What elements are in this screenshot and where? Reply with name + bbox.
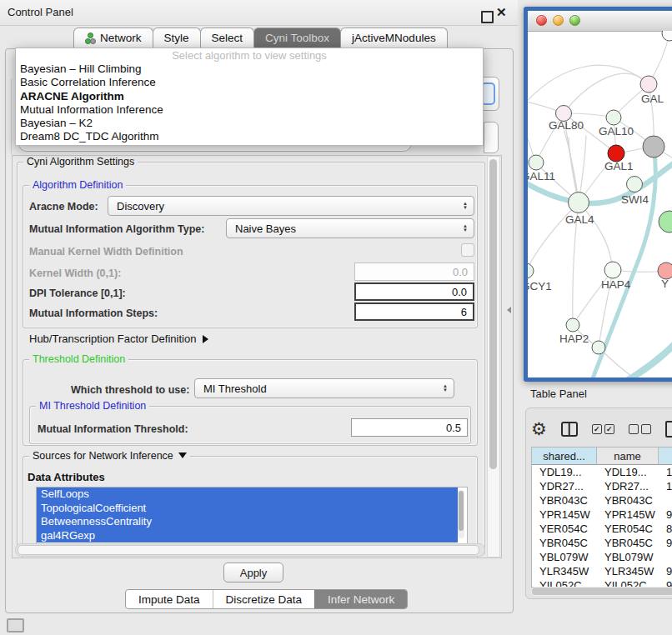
mi-steps-field[interactable]: 6: [354, 302, 474, 321]
collapse-down-icon: [178, 452, 187, 458]
table-row[interactable]: YER054CYER054C8.: [532, 522, 672, 536]
tab-style[interactable]: Style: [153, 28, 201, 48]
table-row[interactable]: YPR145WYPR145W9.: [532, 508, 672, 522]
select-all-checkboxes-icon[interactable]: ✓✓: [592, 424, 614, 434]
apply-button[interactable]: Apply: [223, 562, 283, 582]
network-node[interactable]: [643, 136, 664, 158]
column-header-name[interactable]: name: [597, 448, 659, 465]
network-view-window[interactable]: GALGAL80GAL10GAL1GAL11SWI4GAL4GCY1HAP4YH…: [524, 7, 672, 382]
bottom-tab-infer-network[interactable]: Infer Network: [314, 590, 407, 608]
mi-threshold-label: Mutual Information Threshold:: [38, 423, 188, 435]
algorithm-option-aracne-algorithm[interactable]: ARACNE Algorithm: [16, 90, 483, 103]
sources-group-title[interactable]: Sources for Network Inference: [29, 450, 190, 462]
table-row[interactable]: YBL079WYBL079W: [532, 550, 672, 564]
network-icon: [85, 32, 96, 44]
aracne-mode-value: Discovery: [117, 200, 164, 212]
sources-title-text: Sources for Network Inference: [33, 450, 173, 462]
stepper-arrows-icon: ▲▼: [443, 384, 448, 392]
table-cell: YER054C: [597, 522, 659, 536]
attribute-item-gal4rgexp[interactable]: gal4RGexp: [37, 529, 458, 543]
column-header-shared[interactable]: shared...: [532, 448, 597, 465]
scrollbar-thumb[interactable]: [489, 159, 497, 469]
algorithm-option-mutual-information-inference[interactable]: Mutual Information Inference: [16, 103, 483, 117]
table-cell: YBL079W: [597, 550, 659, 564]
column-layout-icon[interactable]: [561, 422, 578, 437]
node-table[interactable]: shared...nameA YDL19...YDL19...13YDR27..…: [531, 447, 672, 588]
table-row[interactable]: YLR345WYLR345W9.: [532, 564, 672, 578]
attribute-item-selfloops[interactable]: SelfLoops: [37, 488, 458, 502]
tab-label: jActiveMNodules: [352, 28, 436, 48]
column-header-a[interactable]: A: [659, 448, 672, 465]
table-row[interactable]: YBR045CYBR045C9.: [532, 536, 672, 550]
scrollbar-thumb[interactable]: [532, 588, 672, 595]
settings-vertical-scrollbar[interactable]: [487, 156, 500, 558]
which-threshold-select[interactable]: MI Threshold ▲▼: [194, 378, 454, 398]
dpi-tolerance-field[interactable]: 0.0: [354, 282, 474, 301]
algorithm-option-bayesian-hill-climbing[interactable]: Bayesian – Hill Climbing: [16, 62, 483, 76]
divider-collapse-icon[interactable]: [507, 307, 511, 313]
table-row[interactable]: YDL19...YDL19...13: [532, 465, 672, 479]
algorithm-option-dream8-dc-tdc-algorithm[interactable]: Dream8 DC_TDC Algorithm: [16, 130, 483, 143]
table-cell: 9.: [659, 536, 672, 550]
attribute-item-topologicalcoefficient[interactable]: TopologicalCoefficient: [37, 502, 458, 516]
network-node[interactable]: [592, 341, 605, 354]
network-node-gal1[interactable]: [608, 145, 624, 162]
table-settings-gear-icon[interactable]: ⚙: [531, 417, 547, 442]
node-label-gal80: GAL80: [549, 119, 584, 132]
hub-definition-toggle[interactable]: Hub/Transcription Factor Definition: [29, 332, 208, 345]
network-node-gcy1[interactable]: [528, 263, 534, 278]
mi-threshold-field[interactable]: 0.5: [351, 418, 468, 437]
table-cell: YBR043C: [532, 493, 597, 508]
checked-box-icon: ✓: [604, 424, 614, 434]
network-node-hap4[interactable]: [604, 262, 621, 278]
algorithm-option-bayesian-k2[interactable]: Bayesian – K2: [16, 117, 483, 130]
tab-select[interactable]: Select: [200, 28, 255, 48]
table-panel-title: Table Panel: [530, 388, 587, 400]
close-panel-icon[interactable]: ✕: [496, 5, 507, 20]
aracne-mode-select[interactable]: Discovery ▲▼: [108, 196, 474, 216]
settings-horizontal-scrollbar[interactable]: [15, 543, 485, 557]
mi-type-select[interactable]: Naive Bayes ▲▼: [226, 218, 474, 238]
table-row[interactable]: YDR27...YDR27...12: [532, 479, 672, 493]
scrollbar-thumb[interactable]: [18, 545, 479, 555]
minimized-panel-icon[interactable]: [7, 618, 24, 632]
network-node-swi4[interactable]: [627, 177, 643, 192]
network-canvas[interactable]: GALGAL80GAL10GAL1GAL11SWI4GAL4GCY1HAP4YH…: [528, 31, 672, 381]
deselect-checkboxes-icon[interactable]: [629, 424, 651, 434]
network-node-gal10[interactable]: [606, 110, 621, 125]
table-cell: YBR045C: [597, 536, 659, 550]
network-node[interactable]: [662, 31, 672, 41]
table-row[interactable]: YBR043CYBR043C: [532, 493, 672, 508]
network-node-gal11[interactable]: [529, 155, 544, 170]
application: Control Panel ✕ NetworkStyleSelectCyni T…: [0, 0, 672, 635]
tab-jactivemnodules[interactable]: jActiveMNodules: [340, 28, 448, 48]
close-window-icon[interactable]: [536, 15, 547, 26]
attribute-item-betweennesscentrality[interactable]: BetweennessCentrality: [37, 515, 458, 529]
network-window-titlebar[interactable]: [528, 11, 672, 32]
network-node-gal4[interactable]: [569, 192, 589, 213]
network-node-hap2[interactable]: [566, 318, 579, 332]
network-edge[interactable]: [564, 73, 649, 113]
minimize-window-icon[interactable]: [553, 15, 564, 26]
document-icon[interactable]: [665, 421, 672, 438]
bottom-tab-discretize-data[interactable]: Discretize Data: [213, 590, 315, 608]
hub-definition-label: Hub/Transcription Factor Definition: [29, 332, 196, 345]
attributes-scrollbar[interactable]: [458, 490, 464, 538]
table-horizontal-scrollbar[interactable]: [531, 587, 672, 596]
network-node[interactable]: [659, 211, 672, 232]
manual-kernel-checkbox[interactable]: [461, 243, 474, 257]
float-window-icon[interactable]: [481, 11, 494, 23]
manual-kernel-label: Manual Kernel Width Definition: [29, 246, 183, 258]
network-node-y[interactable]: [658, 262, 672, 279]
network-node-gal[interactable]: [640, 76, 657, 92]
table-cell: YER054C: [532, 522, 597, 536]
tab-cyni-toolbox[interactable]: Cyni Toolbox: [253, 28, 341, 48]
scrollbar-thumb[interactable]: [459, 491, 464, 531]
network-edge[interactable]: [528, 65, 649, 108]
algorithm-option-basic-correlation-inference[interactable]: Basic Correlation Inference: [16, 76, 483, 89]
bottom-tab-impute-data[interactable]: Impute Data: [126, 590, 213, 608]
kernel-width-field[interactable]: 0.0: [354, 262, 474, 281]
network-edge-highlighted[interactable]: [618, 310, 672, 381]
zoom-window-icon[interactable]: [569, 15, 580, 26]
tab-network[interactable]: Network: [73, 28, 153, 48]
